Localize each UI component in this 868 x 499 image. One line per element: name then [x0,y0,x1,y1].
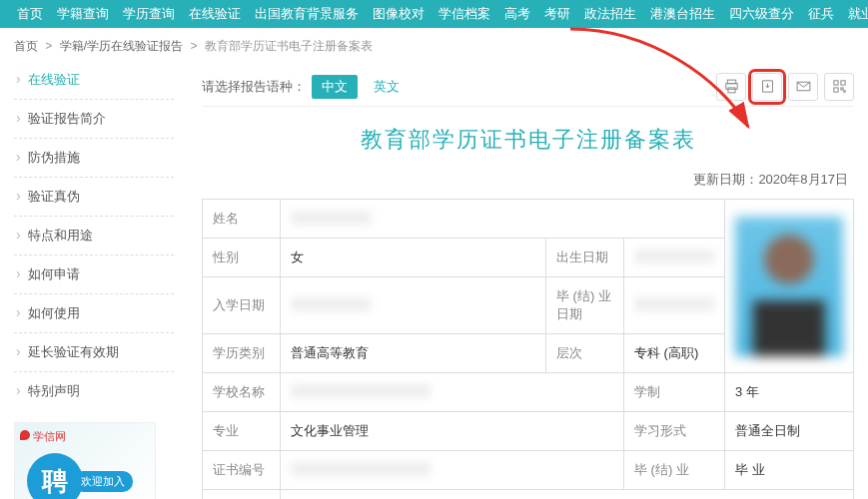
nav-item[interactable]: 首页 [10,5,50,23]
label-duration: 学制 [624,373,725,412]
sidebar-item-how-apply[interactable]: 如何申请 [14,254,174,293]
action-bar [716,73,854,101]
label-gender: 性别 [203,239,281,277]
value-schoolhead [281,490,854,500]
nav-item[interactable]: 政法招生 [577,5,643,23]
logo-icon [20,430,30,440]
mail-icon [795,78,812,95]
value-birth [624,239,725,277]
nav-item[interactable]: 征兵 [801,5,841,23]
report-table: 姓名 性别 女 出生日期 入学日期 毕 (结) 业日期 [202,199,854,499]
download-icon [759,78,776,95]
svg-rect-6 [833,88,837,92]
content: 请选择报告语种： 中文 英文 教育部学历证书电子注册备案表 更新日期：2020年… [202,67,854,499]
value-grad [624,277,725,334]
breadcrumb: 首页 > 学籍/学历在线验证报告 > 教育部学历证书电子注册备案表 [0,28,868,67]
recruit-banner[interactable]: 学信网 聘 欢迎加入 [14,422,156,499]
value-gradresult: 毕 业 [725,451,854,490]
banner-slogan: 欢迎加入 [73,471,133,492]
report-title: 教育部学历证书电子注册备案表 [202,125,854,155]
label-major: 专业 [203,412,281,451]
print-button[interactable] [716,73,746,101]
svg-rect-8 [843,91,844,92]
top-nav: 首页 学籍查询 学历查询 在线验证 出国教育背景服务 图像校对 学信档案 高考 … [0,0,868,28]
qrcode-icon [831,78,848,95]
value-certno [281,451,624,490]
sidebar: 在线验证 验证报告简介 防伪措施 验证真伪 特点和用途 如何申请 如何使用 延长… [14,67,174,499]
nav-item[interactable]: 在线验证 [182,5,248,23]
nav-item[interactable]: 图像校对 [366,5,432,23]
label-gradresult: 毕 (结) 业 [624,451,725,490]
nav-item[interactable]: 就业 [841,5,868,23]
value-duration: 3 年 [725,373,854,412]
sidebar-item-features[interactable]: 特点和用途 [14,216,174,254]
value-school [281,373,624,412]
sidebar-item-extend-validity[interactable]: 延长验证有效期 [14,332,174,371]
nav-item[interactable]: 高考 [497,5,537,23]
label-grad: 毕 (结) 业日期 [546,277,624,334]
id-photo [735,217,843,356]
svg-rect-7 [840,88,842,90]
label-level: 层次 [546,334,624,373]
breadcrumb-sep: > [45,39,52,53]
nav-item[interactable]: 出国教育背景服务 [248,5,366,23]
label-birth: 出生日期 [546,239,624,277]
nav-item[interactable]: 学历查询 [116,5,182,23]
nav-item[interactable]: 学信档案 [432,5,497,23]
photo-cell [725,200,854,373]
svg-rect-4 [833,81,837,85]
value-level: 专科 (高职) [624,334,725,373]
svg-rect-0 [727,80,736,84]
value-edutype: 普通高等教育 [281,334,546,373]
nav-item[interactable]: 四六级查分 [722,5,801,23]
sidebar-item-online-verify[interactable]: 在线验证 [14,67,174,99]
label-certno: 证书编号 [203,451,281,490]
value-mode: 普通全日制 [725,412,854,451]
label-schoolhead: 校 (院) 长姓名 [203,490,281,500]
sidebar-item-anti-forgery[interactable]: 防伪措施 [14,138,174,177]
value-enroll [281,277,546,334]
nav-item[interactable]: 港澳台招生 [643,5,722,23]
label-mode: 学习形式 [624,412,725,451]
value-major: 文化事业管理 [281,412,624,451]
nav-item[interactable]: 考研 [537,5,577,23]
label-name: 姓名 [203,200,281,239]
svg-rect-2 [727,88,734,93]
value-gender: 女 [281,239,546,277]
report: 教育部学历证书电子注册备案表 更新日期：2020年8月17日 姓名 性别 女 出… [202,107,854,499]
sidebar-item-statement[interactable]: 特别声明 [14,371,174,410]
nav-item[interactable]: 学籍查询 [50,5,116,23]
label-school: 学校名称 [203,373,281,412]
lang-en-button[interactable]: 英文 [364,75,410,99]
sidebar-item-how-use[interactable]: 如何使用 [14,293,174,332]
update-date: 更新日期：2020年8月17日 [202,171,848,189]
language-picker: 请选择报告语种： 中文 英文 [202,75,410,99]
value-name [281,200,725,239]
download-button[interactable] [752,73,782,101]
lang-zh-button[interactable]: 中文 [312,75,358,99]
svg-rect-5 [840,81,844,85]
breadcrumb-sep: > [190,39,197,53]
label-enroll: 入学日期 [203,277,281,334]
sidebar-item-verify-auth[interactable]: 验证真伪 [14,177,174,216]
mail-button[interactable] [788,73,818,101]
breadcrumb-mid[interactable]: 学籍/学历在线验证报告 [60,39,183,53]
qrcode-button[interactable] [824,73,854,101]
breadcrumb-home[interactable]: 首页 [14,39,38,53]
sidebar-item-report-intro[interactable]: 验证报告简介 [14,99,174,138]
printer-icon [723,78,740,95]
lang-label: 请选择报告语种： [202,78,306,96]
label-edutype: 学历类别 [203,334,281,373]
breadcrumb-current: 教育部学历证书电子注册备案表 [205,39,373,53]
banner-brand: 学信网 [33,429,66,444]
